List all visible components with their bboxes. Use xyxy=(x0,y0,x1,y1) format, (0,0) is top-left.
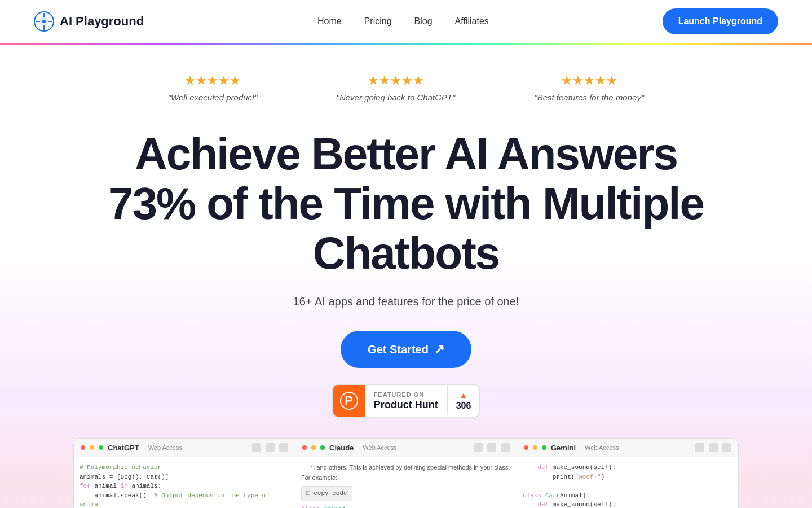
logo-icon xyxy=(34,11,54,32)
chatgpt-panel: ChatGPT Web Access # Polymorphic behavio… xyxy=(74,439,295,508)
nav-pricing[interactable]: Pricing xyxy=(364,16,392,27)
dot-green-1 xyxy=(99,445,103,450)
action-icon-6 xyxy=(501,443,510,452)
chatgpt-panel-header: ChatGPT Web Access xyxy=(74,439,295,457)
reviews-row: ★★★★★ "Well executed product" ★★★★★ "Nev… xyxy=(168,73,644,102)
action-icon-1 xyxy=(252,443,261,452)
claude-panel-header: Claude Web Access xyxy=(295,439,517,457)
gemini-panel: Gemini Web Access def make_sound(self): … xyxy=(517,439,738,508)
action-icon-7 xyxy=(695,443,704,452)
nav-affiliates[interactable]: Affiliates xyxy=(455,16,489,27)
cta-label: Get Started xyxy=(368,343,429,356)
chatgpt-actions xyxy=(252,443,288,452)
dot-yellow-3 xyxy=(533,445,537,450)
claude-title: Claude xyxy=(329,444,354,452)
app-screenshot: ChatGPT Web Access # Polymorphic behavio… xyxy=(73,438,739,508)
claude-web: Web Access xyxy=(363,444,396,451)
gemini-actions xyxy=(695,443,731,452)
gemini-web: Web Access xyxy=(585,444,619,451)
review-text-2: "Never going back to ChatGPT" xyxy=(337,93,456,102)
ph-count: ▲ 306 xyxy=(447,386,479,415)
chatgpt-body: # Polymorphic behavior animals = [Dog(),… xyxy=(74,457,295,508)
action-icon-4 xyxy=(474,443,483,452)
action-icon-2 xyxy=(266,443,275,452)
logo-text: AI Playground xyxy=(60,14,144,29)
ph-logo-letter: P xyxy=(340,392,358,410)
dot-yellow-1 xyxy=(90,445,94,450)
ph-info: FEATURED ON Product Hunt xyxy=(365,387,447,415)
nav-home[interactable]: Home xyxy=(317,16,342,27)
product-hunt-badge[interactable]: P FEATURED ON Product Hunt ▲ 306 xyxy=(332,384,480,418)
dot-yellow-2 xyxy=(311,445,316,450)
nav-links: Home Pricing Blog Affiliates xyxy=(317,16,489,27)
gemini-panel-header: Gemini Web Access xyxy=(517,439,738,457)
review-1: ★★★★★ "Well executed product" xyxy=(168,73,258,102)
chatgpt-web: Web Access xyxy=(148,444,182,451)
main-headline: Achieve Better AI Answers 73% of the Tim… xyxy=(96,129,716,278)
action-icon-3 xyxy=(279,443,288,452)
hero-section: ★★★★★ "Well executed product" ★★★★★ "Nev… xyxy=(0,45,812,508)
dot-red-3 xyxy=(524,445,528,450)
action-icon-8 xyxy=(709,443,718,452)
gemini-title: Gemini xyxy=(551,444,576,452)
ph-name: Product Hunt xyxy=(374,399,438,411)
review-text-1: "Well executed product" xyxy=(168,93,258,102)
cta-arrow-icon: ↗ xyxy=(434,342,444,357)
get-started-button[interactable]: Get Started ↗ xyxy=(341,331,471,368)
ph-vote-count: 306 xyxy=(456,401,471,411)
action-icon-9 xyxy=(722,443,731,452)
logo-link[interactable]: AI Playground xyxy=(34,11,144,32)
navbar: AI Playground Home Pricing Blog Affiliat… xyxy=(0,0,812,43)
dot-green-3 xyxy=(542,445,546,450)
launch-playground-button[interactable]: Launch Playground xyxy=(663,8,778,34)
chatgpt-title: ChatGPT xyxy=(108,444,139,452)
claude-panel: Claude Web Access —, *, and others. This… xyxy=(295,439,517,508)
ph-logo: P xyxy=(333,385,365,417)
svg-point-2 xyxy=(42,20,46,23)
review-3: ★★★★★ "Best features for the money" xyxy=(534,73,644,102)
ph-featured-label: FEATURED ON xyxy=(374,391,438,398)
gemini-body: def make_sound(self): print("Woof!") cla… xyxy=(517,457,738,508)
subheadline: 16+ AI apps and features for the price o… xyxy=(293,295,519,308)
dot-red-2 xyxy=(302,445,307,450)
stars-2: ★★★★★ xyxy=(368,73,424,88)
dot-green-2 xyxy=(320,445,325,450)
nav-blog[interactable]: Blog xyxy=(414,16,433,27)
stars-1: ★★★★★ xyxy=(184,73,241,88)
action-icon-5 xyxy=(487,443,496,452)
review-text-3: "Best features for the money" xyxy=(534,93,644,102)
dot-red-1 xyxy=(81,445,85,450)
copy-code-box[interactable]: □ copy code xyxy=(301,486,352,501)
claude-actions xyxy=(474,443,510,452)
ph-upvote-arrow: ▲ xyxy=(460,391,467,400)
review-2: ★★★★★ "Never going back to ChatGPT" xyxy=(337,73,456,102)
stars-3: ★★★★★ xyxy=(561,73,617,88)
claude-body: —, *, and others. This is achieved by de… xyxy=(295,457,517,508)
